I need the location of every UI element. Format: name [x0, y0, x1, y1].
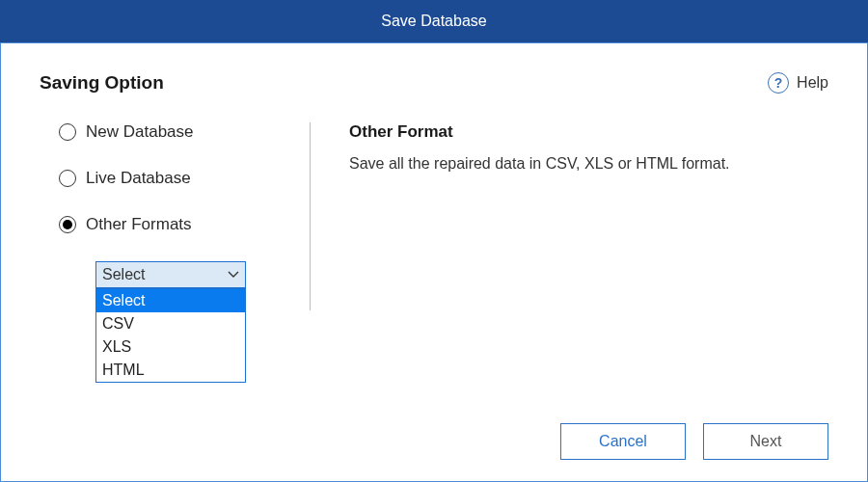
section-title: Saving Option	[40, 72, 164, 94]
cancel-button[interactable]: Cancel	[560, 423, 686, 460]
next-button[interactable]: Next	[703, 423, 828, 460]
dropdown-option-select[interactable]: Select	[96, 289, 245, 312]
title-bar: Save Database	[0, 0, 868, 42]
right-panel: Other Format Save all the repaired data …	[339, 122, 828, 310]
main-area: New Database Live Database Other Formats…	[40, 122, 828, 310]
radio-icon	[59, 123, 76, 141]
header-row: Saving Option ? Help	[40, 72, 828, 94]
format-select[interactable]: Select	[95, 261, 246, 288]
format-dropdown: Select Select CSV XLS HTML	[95, 261, 246, 288]
radio-icon	[59, 216, 76, 233]
radio-label: Live Database	[86, 169, 191, 188]
help-icon: ?	[768, 72, 789, 94]
format-dropdown-list: Select CSV XLS HTML	[95, 288, 246, 383]
button-row: Cancel Next	[560, 423, 828, 460]
window-title: Save Database	[381, 13, 486, 30]
left-panel: New Database Live Database Other Formats…	[40, 122, 281, 310]
vertical-divider	[310, 122, 311, 310]
chevron-down-icon	[228, 271, 239, 279]
radio-label: Other Formats	[86, 215, 192, 234]
radio-other-formats[interactable]: Other Formats	[59, 215, 281, 234]
help-label: Help	[797, 74, 828, 92]
help-button[interactable]: ? Help	[768, 72, 828, 94]
radio-icon	[59, 170, 76, 187]
format-description: Save all the repaired data in CSV, XLS o…	[349, 153, 828, 174]
radio-new-database[interactable]: New Database	[59, 122, 281, 142]
dropdown-option-xls[interactable]: XLS	[96, 335, 245, 359]
format-title: Other Format	[349, 122, 828, 142]
dropdown-option-csv[interactable]: CSV	[96, 312, 245, 335]
dialog-content: Saving Option ? Help New Database Live D…	[0, 42, 868, 482]
radio-label: New Database	[86, 122, 194, 142]
radio-live-database[interactable]: Live Database	[59, 169, 281, 188]
dropdown-option-html[interactable]: HTML	[96, 359, 245, 382]
select-value: Select	[102, 266, 145, 283]
